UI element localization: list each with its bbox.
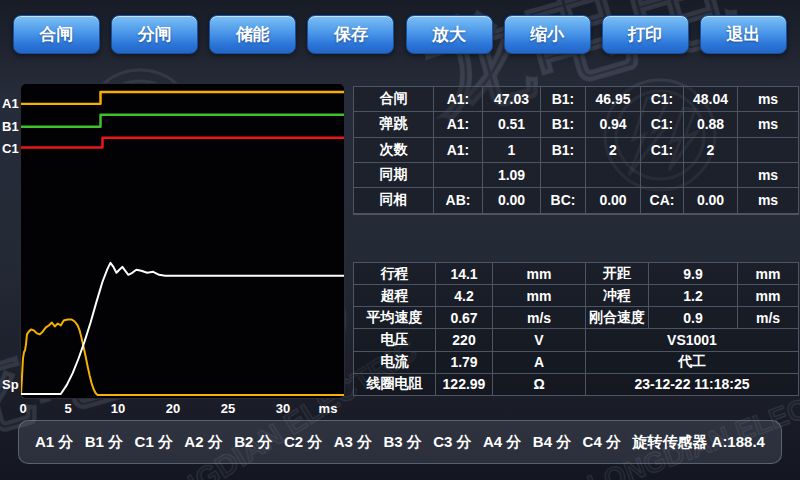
- channel-button-b4[interactable]: B4 分: [533, 433, 571, 452]
- table-cell: 23-12-22 11:18:25: [586, 373, 799, 395]
- toolbar-button-3[interactable]: 储能: [209, 15, 296, 54]
- table-cell: 弹跳: [354, 112, 434, 137]
- table-cell: 1.2: [649, 285, 738, 307]
- table-row: 行程14.1mm开距9.9mm: [354, 263, 799, 285]
- table-cell: ms: [738, 188, 799, 213]
- table-row: 次数A1:1B1:2C1:2: [354, 137, 799, 162]
- table-cell: [541, 213, 586, 214]
- channel-button-a3[interactable]: A3 分: [334, 433, 372, 452]
- table-cell: 0.00: [684, 188, 738, 213]
- table-cell: 同期: [354, 162, 434, 187]
- table-cell: [483, 213, 541, 214]
- table-cell: 合闸: [354, 87, 434, 112]
- table-cell: 0.51: [483, 112, 541, 137]
- channel-button-c3[interactable]: C3 分: [433, 433, 471, 452]
- trace-travel-Sp: [21, 263, 344, 394]
- table-row: 平均速度0.67m/s刚合速度0.9m/s: [354, 307, 799, 329]
- channel-button-b1[interactable]: B1 分: [85, 433, 123, 452]
- trace-label-sp: Sp: [2, 377, 19, 392]
- table-cell: [354, 213, 434, 214]
- channel-button-a4[interactable]: A4 分: [483, 433, 521, 452]
- table-cell: 超程: [354, 285, 436, 307]
- table-cell: 1: [483, 137, 541, 162]
- table-cell: m/s: [738, 307, 799, 329]
- table-cell: 1.79: [436, 351, 493, 373]
- table-cell: C1:: [641, 137, 684, 162]
- trace-A1-contact: [21, 92, 344, 104]
- trace-coil-current: [21, 320, 344, 396]
- trace-label-b1: B1: [2, 119, 19, 134]
- toolbar-button-5[interactable]: 放大: [406, 15, 493, 54]
- table-cell: 冲程: [586, 285, 649, 307]
- table-cell: A1:: [434, 137, 483, 162]
- table-cell: BC:: [541, 188, 586, 213]
- table-cell: C1:: [641, 112, 684, 137]
- table-cell: [738, 213, 799, 214]
- channel-status-bar: A1 分B1 分C1 分A2 分B2 分C2 分A3 分B3 分C3 分A4 分…: [18, 420, 782, 464]
- toolbar-button-2[interactable]: 分闸: [111, 15, 198, 54]
- table-cell: 平均速度: [354, 307, 436, 329]
- trace-label-a1: A1: [2, 96, 19, 111]
- toolbar-button-6[interactable]: 缩小: [504, 15, 591, 54]
- table-cell: [541, 162, 586, 187]
- table-cell: 0.94: [586, 112, 641, 137]
- x-tick-30: 30: [276, 401, 290, 416]
- table-cell: 1.09: [483, 162, 541, 187]
- table-cell: [738, 137, 799, 162]
- table-cell: [586, 213, 641, 214]
- table-cell: mm: [738, 263, 799, 285]
- trace-C1-contact: [21, 138, 344, 148]
- x-tick-20: 20: [166, 401, 180, 416]
- table-cell: [641, 162, 684, 187]
- channel-button-b2[interactable]: B2 分: [234, 433, 272, 452]
- toolbar-button-1[interactable]: 合闸: [13, 15, 100, 54]
- toolbar-button-7[interactable]: 打印: [602, 15, 689, 54]
- table-cell: 代工: [586, 351, 799, 373]
- table-cell: B1:: [541, 112, 586, 137]
- channel-button-a2[interactable]: A2 分: [184, 433, 222, 452]
- channel-button-c1[interactable]: C1 分: [135, 433, 173, 452]
- top-toolbar: 合闸分闸储能保存放大缩小打印退出: [0, 15, 800, 54]
- table-cell: 行程: [354, 263, 436, 285]
- x-tick-10: 10: [111, 401, 125, 416]
- table-cell: 220: [436, 329, 493, 351]
- table-cell: 0.00: [483, 188, 541, 213]
- toolbar-button-8[interactable]: 退出: [700, 15, 787, 54]
- table-cell: [641, 213, 684, 214]
- trace-B1-contact: [21, 115, 344, 127]
- x-tick-25: 25: [221, 401, 235, 416]
- table-row: 线圈电阻122.99Ω23-12-22 11:18:25: [354, 373, 799, 395]
- table-cell: 电流: [354, 351, 436, 373]
- mechanical-table: 行程14.1mm开距9.9mm超程4.2mm冲程1.2mm平均速度0.67m/s…: [353, 262, 799, 396]
- table-cell: C1:: [641, 87, 684, 112]
- table-cell: 2: [684, 137, 738, 162]
- table-row: 同相AB:0.00BC:0.00CA:0.00ms: [354, 188, 799, 213]
- table-cell: 0.88: [684, 112, 738, 137]
- table-cell: [586, 162, 641, 187]
- table-cell: ms: [738, 87, 799, 112]
- channel-button-a1[interactable]: A1 分: [35, 433, 73, 452]
- table-cell: Ω: [493, 373, 586, 395]
- toolbar-button-4[interactable]: 保存: [307, 15, 394, 54]
- channel-button-c4[interactable]: C4 分: [583, 433, 621, 452]
- table-cell: mm: [493, 263, 586, 285]
- table-cell: [434, 213, 483, 214]
- table-cell: VS1001: [586, 329, 799, 351]
- table-cell: A1:: [434, 87, 483, 112]
- x-tick-0: 0: [19, 401, 26, 416]
- table-row: 电压220VVS1001: [354, 329, 799, 351]
- channel-button-c2[interactable]: C2 分: [284, 433, 322, 452]
- table-cell: A1:: [434, 112, 483, 137]
- table-cell: 9.9: [649, 263, 738, 285]
- table-row: 合闸A1:47.03B1:46.95C1:48.04ms: [354, 87, 799, 112]
- table-cell: V: [493, 329, 586, 351]
- table-row: 同期1.09ms: [354, 162, 799, 187]
- table-cell: B1:: [541, 87, 586, 112]
- table-cell: 14.1: [436, 263, 493, 285]
- table-cell: 线圈电阻: [354, 373, 436, 395]
- table-row: 超程4.2mm冲程1.2mm: [354, 285, 799, 307]
- table-cell: B1:: [541, 137, 586, 162]
- table-cell: AB:: [434, 188, 483, 213]
- channel-button-b3[interactable]: B3 分: [383, 433, 421, 452]
- table-cell: 0.9: [649, 307, 738, 329]
